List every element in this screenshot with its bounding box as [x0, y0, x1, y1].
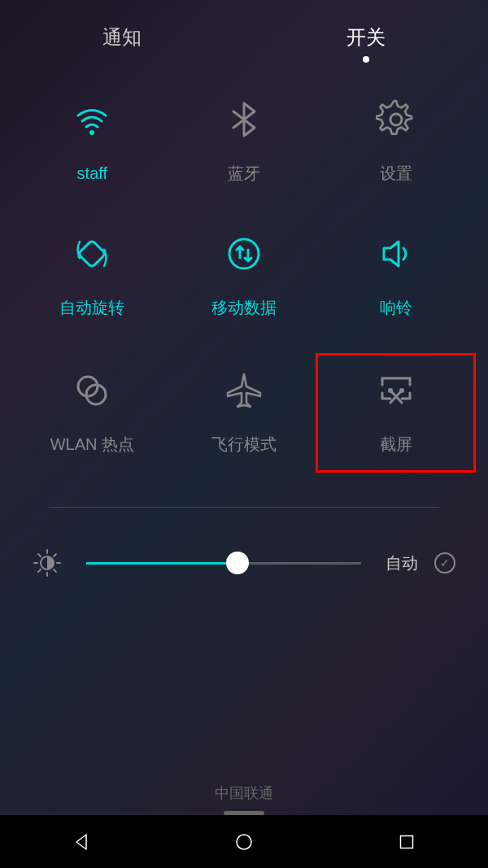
- home-button[interactable]: [228, 826, 260, 858]
- tile-label: 设置: [380, 163, 412, 185]
- bluetooth-icon: [224, 99, 264, 140]
- brightness-icon: [33, 548, 62, 578]
- screenshot-button[interactable]: 截屏: [316, 353, 476, 473]
- tile-label: 移动数据: [211, 297, 277, 319]
- svg-point-4: [78, 377, 98, 396]
- hotspot-icon: [72, 370, 112, 411]
- tile-label: 飞行模式: [211, 434, 277, 456]
- hotspot-toggle[interactable]: WLAN 热点: [16, 368, 168, 458]
- navigation-bar: [0, 815, 488, 868]
- auto-brightness-label: 自动: [386, 552, 418, 574]
- mobile-data-toggle[interactable]: 移动数据: [168, 233, 320, 319]
- slider-thumb[interactable]: [226, 552, 249, 574]
- settings-button[interactable]: 设置: [320, 99, 472, 185]
- tab-bar: 通知 开关: [0, 0, 488, 67]
- airplane-icon: [224, 370, 264, 411]
- rotate-icon: [72, 233, 112, 274]
- svg-rect-2: [78, 240, 106, 268]
- tile-label: 截屏: [380, 434, 412, 456]
- back-button[interactable]: [65, 826, 98, 858]
- tab-toggles[interactable]: 开关: [346, 24, 386, 50]
- tile-label: 响铃: [380, 297, 412, 319]
- brightness-control: 自动 ✓: [0, 508, 488, 618]
- sound-icon: [376, 233, 416, 274]
- tile-label: staff: [77, 164, 107, 183]
- screenshot-icon: [376, 370, 416, 411]
- tile-label: 蓝牙: [228, 163, 260, 185]
- airplane-mode-toggle[interactable]: 飞行模式: [168, 368, 320, 458]
- svg-point-5: [86, 385, 106, 404]
- gear-icon: [376, 99, 416, 140]
- carrier-label: 中国联通: [215, 783, 273, 803]
- wifi-toggle[interactable]: staff: [16, 99, 168, 185]
- svg-point-6: [388, 388, 393, 393]
- slider-fill: [86, 562, 237, 565]
- svg-point-3: [229, 239, 259, 268]
- bluetooth-toggle[interactable]: 蓝牙: [168, 99, 320, 185]
- svg-point-1: [390, 114, 402, 125]
- brightness-slider[interactable]: [86, 562, 361, 565]
- svg-point-0: [89, 130, 94, 135]
- auto-rotate-toggle[interactable]: 自动旋转: [16, 233, 168, 319]
- svg-point-7: [399, 388, 404, 393]
- tile-label: 自动旋转: [59, 297, 124, 319]
- data-icon: [224, 233, 264, 274]
- svg-rect-10: [401, 835, 413, 848]
- recent-apps-button[interactable]: [390, 826, 423, 858]
- quick-settings-grid: staff 蓝牙 设置 自动旋转 移动数据 响铃 WLAN 热点: [0, 67, 488, 474]
- wifi-icon: [72, 101, 112, 142]
- sound-toggle[interactable]: 响铃: [320, 233, 472, 319]
- svg-point-9: [237, 835, 251, 849]
- tile-label: WLAN 热点: [50, 434, 134, 456]
- tab-notifications[interactable]: 通知: [102, 24, 142, 50]
- auto-brightness-checkbox[interactable]: ✓: [434, 552, 455, 574]
